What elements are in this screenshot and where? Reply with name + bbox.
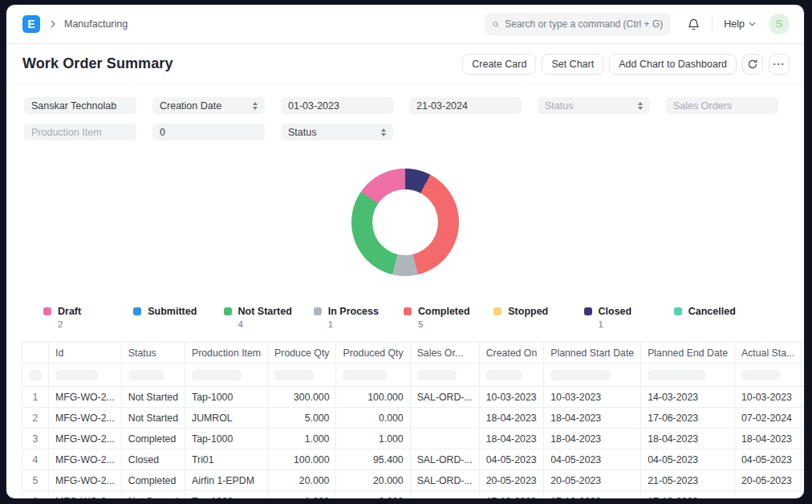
cell-sales-or-[interactable] [410, 429, 479, 449]
cell-id[interactable]: MFG-WO-2... [49, 387, 122, 408]
cell-status[interactable]: Completed [121, 470, 185, 491]
cell-planned-end-date[interactable]: 21-05-2023 [641, 470, 735, 491]
cell-sales-or-[interactable] [410, 491, 479, 499]
cell-actual-sta-[interactable]: 07-02-2024 [734, 408, 801, 429]
app-logo[interactable]: E [22, 15, 40, 33]
column-filter-input[interactable] [544, 364, 641, 387]
column-header-produce-qty[interactable]: Produce Qty [268, 343, 336, 364]
cell-planned-start-date[interactable]: 17-10-2023 [544, 491, 641, 499]
cell-sales-or-[interactable]: SAL-ORD-... [410, 387, 479, 408]
refresh-button[interactable] [742, 54, 763, 75]
column-filter-input[interactable] [410, 364, 479, 387]
cell-produce-qty[interactable]: 100.000 [268, 449, 336, 470]
date-field-select[interactable]: Creation Date [152, 97, 265, 114]
column-header-actual-sta-[interactable]: Actual Sta... [734, 343, 801, 364]
column-filter-input[interactable] [734, 364, 801, 387]
cell-production-item[interactable]: Tri01 [185, 449, 267, 470]
cell-id[interactable]: MFG-WO-2... [49, 491, 122, 499]
cell-a-[interactable]: 1 [802, 429, 804, 449]
cell-status[interactable]: Not Started [121, 491, 185, 499]
row-number[interactable]: 6 [22, 491, 49, 499]
avatar[interactable]: S [769, 14, 790, 35]
breadcrumb[interactable]: Manufacturing [64, 18, 128, 30]
column-filter-input[interactable] [22, 364, 49, 387]
cell-production-item[interactable]: Tap-1000 [185, 429, 267, 449]
charts-based-on-select[interactable]: Status [281, 124, 393, 140]
cell-created-on[interactable]: 17-10-2023 [479, 491, 544, 499]
cell-produce-qty[interactable]: 1.000 [268, 429, 336, 449]
company-filter[interactable]: Sanskar Technolab [24, 97, 136, 114]
cell-produce-qty[interactable]: 1.000 [268, 491, 336, 499]
cell-produced-qty[interactable]: 95.400 [336, 449, 410, 470]
create-card-button[interactable]: Create Card [462, 54, 536, 75]
cell-created-on[interactable]: 04-05-2023 [479, 449, 544, 470]
cell-production-item[interactable]: Tap-1000 [185, 387, 267, 408]
column-filter-input[interactable] [479, 364, 544, 387]
add-chart-to-dashboard-button[interactable]: Add Chart to Dashboard [609, 54, 737, 75]
cell-actual-sta-[interactable] [734, 491, 801, 499]
column-header-sales-or-[interactable]: Sales Or... [410, 343, 479, 364]
row-number[interactable]: 2 [22, 408, 49, 429]
column-filter-input[interactable] [185, 364, 267, 387]
cell-actual-sta-[interactable]: 18-04-2023 [734, 429, 801, 449]
cell-actual-sta-[interactable]: 04-05-2023 [734, 449, 801, 470]
row-number[interactable]: 3 [22, 429, 49, 449]
search-input[interactable]: Search or type a command (Ctrl + G) [485, 13, 671, 35]
column-filter-input[interactable] [268, 364, 336, 387]
cell-a-[interactable] [802, 491, 804, 499]
column-header-planned-start-date[interactable]: Planned Start Date [544, 343, 641, 364]
column-filter-input[interactable] [336, 364, 410, 387]
cell-planned-end-date[interactable]: 17-06-2023 [641, 408, 735, 429]
column-header-created-on[interactable]: Created On [479, 343, 544, 364]
cell-created-on[interactable]: 18-04-2023 [479, 429, 544, 449]
cell-status[interactable]: Not Started [121, 387, 185, 408]
cell-produced-qty[interactable]: 20.000 [336, 470, 410, 491]
cell-production-item[interactable]: JUMROL [185, 408, 267, 429]
cell-id[interactable]: MFG-WO-2... [49, 449, 122, 470]
cell-id[interactable]: MFG-WO-2... [49, 429, 122, 449]
cell-planned-start-date[interactable]: 20-05-2023 [544, 470, 641, 491]
column-header-id[interactable]: Id [49, 343, 122, 364]
cell-id[interactable]: MFG-WO-2... [49, 408, 122, 429]
cell-sales-or-[interactable]: SAL-ORD-... [410, 470, 479, 491]
cell-planned-end-date[interactable]: 17-10-2023 [641, 491, 735, 499]
cell-created-on[interactable]: 10-03-2023 [479, 387, 544, 408]
cell-planned-start-date[interactable]: 18-04-2023 [544, 408, 641, 429]
donut-chart[interactable] [351, 169, 459, 276]
cell-produced-qty[interactable]: 0.000 [336, 408, 410, 429]
cell-produced-qty[interactable]: 1.000 [336, 429, 410, 449]
column-filter-input[interactable] [641, 364, 735, 387]
column-header-select[interactable] [22, 343, 49, 364]
set-chart-button[interactable]: Set Chart [542, 54, 603, 75]
cell-planned-start-date[interactable]: 18-04-2023 [544, 429, 641, 449]
column-filter-input[interactable] [49, 364, 122, 387]
column-filter-input[interactable] [121, 364, 185, 387]
qty-filter[interactable]: 0 [152, 124, 265, 140]
row-number[interactable]: 1 [22, 387, 49, 408]
help-menu[interactable]: Help [724, 18, 756, 30]
column-filter-input[interactable] [802, 364, 804, 387]
status-select[interactable]: Status [538, 97, 650, 114]
sales-orders-filter[interactable]: Sales Orders [666, 97, 778, 114]
cell-production-item[interactable]: Airfin 1-EPDM [185, 470, 267, 491]
cell-planned-start-date[interactable]: 04-05-2023 [544, 449, 641, 470]
cell-planned-end-date[interactable]: 14-03-2023 [641, 387, 735, 408]
cell-planned-end-date[interactable]: 04-05-2023 [641, 449, 735, 470]
cell-created-on[interactable]: 20-05-2023 [479, 470, 544, 491]
row-number[interactable]: 4 [22, 449, 49, 470]
cell-produced-qty[interactable]: 0.000 [336, 491, 410, 499]
cell-production-item[interactable]: Tap-1000 [185, 491, 267, 499]
column-header-a-[interactable]: A... [802, 343, 804, 364]
cell-a-[interactable]: 1 [802, 387, 804, 408]
cell-planned-start-date[interactable]: 10-03-2023 [544, 387, 641, 408]
cell-produce-qty[interactable]: 300.000 [268, 387, 336, 408]
column-header-status[interactable]: Status [121, 343, 185, 364]
cell-produced-qty[interactable]: 100.000 [336, 387, 410, 408]
column-header-produced-qty[interactable]: Produced Qty [336, 343, 410, 364]
notifications-button[interactable] [687, 18, 700, 31]
cell-sales-or-[interactable] [410, 408, 479, 429]
cell-status[interactable]: Completed [121, 429, 185, 449]
cell-status[interactable]: Not Started [121, 408, 185, 429]
cell-actual-sta-[interactable]: 10-03-2023 [734, 387, 801, 408]
cell-produce-qty[interactable]: 5.000 [268, 408, 336, 429]
